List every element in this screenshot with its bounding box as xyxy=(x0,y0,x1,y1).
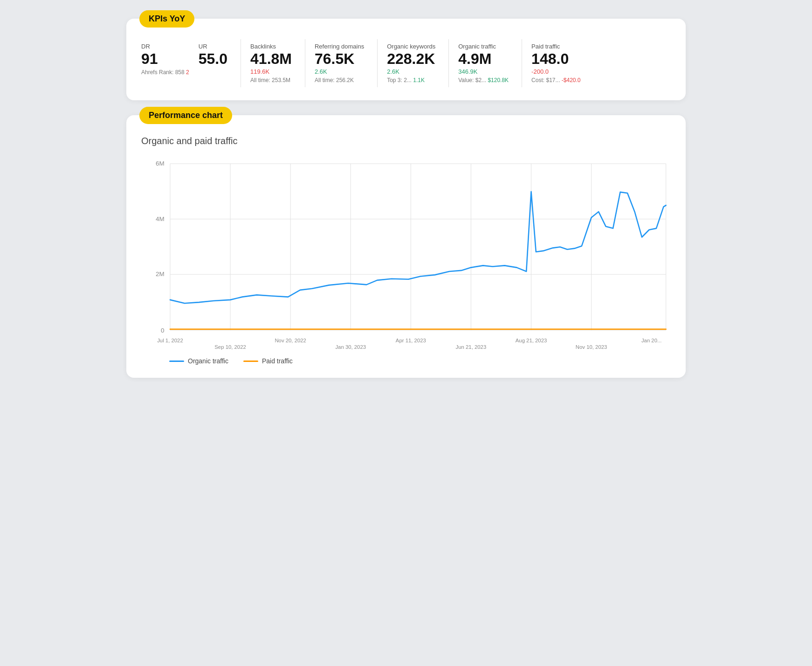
kpi-sub-0: Ahrefs Rank: 858 2 xyxy=(141,69,189,76)
svg-text:4M: 4M xyxy=(156,215,165,222)
kpi-value-4: 228.2K xyxy=(387,51,435,67)
svg-text:Jun 21, 2023: Jun 21, 2023 xyxy=(456,344,487,350)
kpi-value-0: 91 xyxy=(141,51,189,67)
kpi-sub-highlight-0: 2 xyxy=(186,69,189,76)
kpis-row: DR91Ahrefs Rank: 858 2UR55.0Backlinks41.… xyxy=(141,39,671,87)
kpi-item-6: Paid traffic148.0-200.0Cost: $17... -$42… xyxy=(522,39,590,87)
kpi-label-0: DR xyxy=(141,43,189,50)
kpi-item-4: Organic keywords228.2K2.6KTop 3: 2... 1.… xyxy=(377,39,445,87)
kpi-value-3: 76.5K xyxy=(315,51,364,67)
kpi-item-1: UR55.0 xyxy=(199,39,237,71)
kpi-sub-2: All time: 253.5M xyxy=(250,77,292,83)
legend-paid-label: Paid traffic xyxy=(262,357,293,365)
svg-text:Jan 30, 2023: Jan 30, 2023 xyxy=(335,344,366,350)
kpi-item-3: Referring domains76.5K2.6KAll time: 256.… xyxy=(305,39,373,87)
kpi-sub-5: Value: $2... $120.8K xyxy=(458,77,509,83)
svg-text:6M: 6M xyxy=(156,160,165,167)
kpi-value-5: 4.9M xyxy=(458,51,509,67)
kpi-item-2: Backlinks41.8M119.6KAll time: 253.5M xyxy=(241,39,301,87)
legend-organic-line xyxy=(169,361,184,362)
kpi-value-6: 148.0 xyxy=(531,51,580,67)
kpi-item-0: DR91Ahrefs Rank: 858 2 xyxy=(141,39,199,79)
kpi-label-5: Organic traffic xyxy=(458,43,509,50)
kpi-label-1: UR xyxy=(199,43,227,50)
kpi-value-2: 41.8M xyxy=(250,51,292,67)
kpi-value-1: 55.0 xyxy=(199,51,227,67)
chart-title: Organic and paid traffic xyxy=(141,136,671,146)
kpi-item-5: Organic traffic4.9M346.9KValue: $2... $1… xyxy=(448,39,518,87)
chart-card: Performance chart Organic and paid traff… xyxy=(126,115,686,378)
kpi-sub-4: Top 3: 2... 1.1K xyxy=(387,77,435,83)
kpi-sub-highlight-6: -$420.0 xyxy=(562,77,581,83)
svg-text:Jul 1, 2022: Jul 1, 2022 xyxy=(157,338,183,343)
kpi-label-3: Referring domains xyxy=(315,43,364,50)
chart-badge: Performance chart xyxy=(139,107,232,124)
chart-container: 0 2M 4M 6M Jul 1, 2022 Nov 20, 2022 Apr … xyxy=(141,154,671,350)
legend-paid-line xyxy=(243,361,258,362)
svg-text:Nov 20, 2022: Nov 20, 2022 xyxy=(275,338,306,343)
svg-text:Apr 11, 2023: Apr 11, 2023 xyxy=(396,338,426,343)
chart-legend: Organic traffic Paid traffic xyxy=(141,357,671,365)
kpi-sub-highlight-5: $120.8K xyxy=(488,77,509,83)
svg-text:Sep 10, 2022: Sep 10, 2022 xyxy=(214,344,246,350)
svg-text:0: 0 xyxy=(161,327,164,334)
svg-text:2M: 2M xyxy=(156,271,165,278)
legend-organic: Organic traffic xyxy=(169,357,228,365)
legend-paid: Paid traffic xyxy=(243,357,293,365)
kpi-sub-6: Cost: $17... -$420.0 xyxy=(531,77,580,83)
svg-text:Jan 20...: Jan 20... xyxy=(641,338,662,343)
kpi-delta-2: 119.6K xyxy=(250,68,292,75)
kpi-label-2: Backlinks xyxy=(250,43,292,50)
kpi-sub-highlight-4: 1.1K xyxy=(413,77,425,83)
kpi-delta-6: -200.0 xyxy=(531,68,580,75)
svg-text:Nov 10, 2023: Nov 10, 2023 xyxy=(576,344,607,350)
kpi-label-4: Organic keywords xyxy=(387,43,435,50)
kpi-delta-3: 2.6K xyxy=(315,68,364,75)
kpi-delta-4: 2.6K xyxy=(387,68,435,75)
kpis-badge: KPIs YoY xyxy=(139,10,194,28)
performance-chart-svg: 0 2M 4M 6M Jul 1, 2022 Nov 20, 2022 Apr … xyxy=(141,154,671,350)
kpi-delta-5: 346.9K xyxy=(458,68,509,75)
kpis-card: KPIs YoY DR91Ahrefs Rank: 858 2UR55.0Bac… xyxy=(126,19,686,100)
kpi-label-6: Paid traffic xyxy=(531,43,580,50)
legend-organic-label: Organic traffic xyxy=(188,357,228,365)
kpi-sub-3: All time: 256.2K xyxy=(315,77,364,83)
svg-text:Aug 21, 2023: Aug 21, 2023 xyxy=(516,338,547,343)
